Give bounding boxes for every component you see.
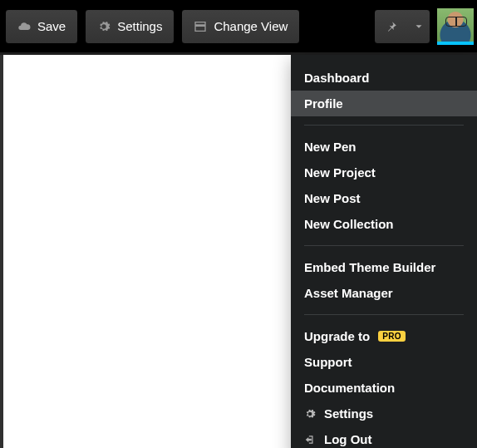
change-view-button[interactable]: Change View (181, 9, 300, 44)
menu-label: New Collection (304, 217, 394, 231)
gear-icon (304, 408, 316, 420)
change-view-label: Change View (214, 19, 288, 33)
menu-separator (304, 314, 464, 315)
menu-item-new-collection[interactable]: New Collection (291, 211, 477, 237)
cloud-icon (17, 20, 31, 33)
menu-item-new-post[interactable]: New Post (291, 185, 477, 211)
pin-icon (386, 21, 397, 32)
save-label: Save (37, 19, 66, 33)
gear-icon (97, 20, 111, 33)
menu-item-dashboard[interactable]: Dashboard (291, 65, 477, 91)
pin-button[interactable] (375, 10, 408, 43)
menu-label: Support (304, 355, 352, 369)
user-avatar[interactable] (437, 8, 474, 45)
pin-button-group (374, 9, 430, 44)
left-gutter (0, 55, 3, 448)
menu-separator (304, 245, 464, 246)
menu-item-new-pen[interactable]: New Pen (291, 134, 477, 160)
menu-item-settings[interactable]: Settings (291, 401, 477, 426)
settings-button[interactable]: Settings (85, 9, 175, 44)
save-button[interactable]: Save (5, 9, 78, 44)
user-menu: Dashboard Profile New Pen New Project Ne… (291, 55, 477, 448)
menu-label: New Project (304, 165, 376, 180)
menu-item-profile[interactable]: Profile (291, 91, 477, 116)
menu-separator (304, 125, 464, 126)
menu-label: New Pen (304, 140, 357, 154)
menu-item-documentation[interactable]: Documentation (291, 375, 477, 401)
menu-label: New Post (304, 191, 361, 205)
settings-label: Settings (117, 19, 162, 33)
menu-item-support[interactable]: Support (291, 349, 477, 375)
toolbar-buttons: Save Settings Change View (0, 9, 300, 44)
menu-label: Dashboard (304, 71, 369, 85)
menu-item-logout[interactable]: Log Out (291, 426, 477, 448)
pro-badge: PRO (378, 331, 406, 342)
menu-item-asset-manager[interactable]: Asset Manager (291, 280, 477, 306)
menu-label: Settings (324, 406, 373, 421)
layout-icon (194, 20, 207, 33)
menu-label: Log Out (324, 432, 371, 446)
chevron-down-icon (413, 21, 425, 32)
menu-label: Documentation (304, 381, 395, 395)
menu-label: Embed Theme Builder (304, 260, 435, 274)
top-toolbar: Save Settings Change View (0, 0, 477, 55)
menu-label: Asset Manager (304, 286, 393, 300)
pin-dropdown-toggle[interactable] (408, 10, 430, 43)
menu-label: Profile (304, 96, 343, 111)
menu-label: Upgrade to (304, 329, 370, 343)
menu-item-new-project[interactable]: New Project (291, 160, 477, 185)
menu-item-embed-theme-builder[interactable]: Embed Theme Builder (291, 254, 477, 280)
menu-item-upgrade[interactable]: Upgrade to PRO (291, 323, 477, 349)
logout-icon (304, 434, 316, 446)
